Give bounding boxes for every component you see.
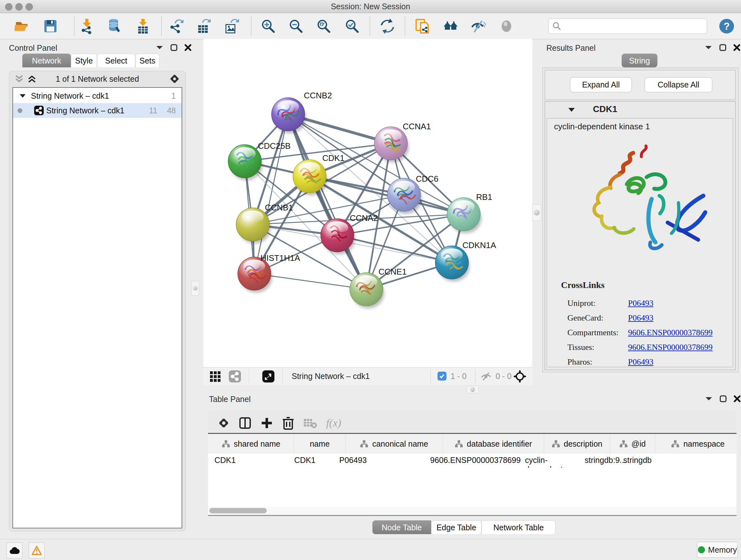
add-column-icon[interactable] <box>260 417 273 429</box>
homes-icon[interactable] <box>443 18 459 34</box>
open-session-icon[interactable] <box>14 18 30 34</box>
panel-menu-icon[interactable] <box>156 45 163 51</box>
table-data-row[interactable]: CDK1CDK1P064939606.ENSP00000378699cyclin… <box>208 454 737 468</box>
tab-string[interactable]: String <box>622 54 657 67</box>
column-header-canonical-name[interactable]: canonical name <box>346 434 443 454</box>
tab-edge-table[interactable]: Edge Table <box>431 520 482 534</box>
table-cell[interactable]: CDK1 <box>208 454 288 468</box>
tab-select[interactable]: Select <box>97 54 135 67</box>
panel-menu-icon[interactable] <box>704 45 712 51</box>
network-node-CDC25B[interactable]: CDC25B <box>228 141 291 180</box>
crosslink-label: GeneCard: <box>567 313 603 323</box>
network-view-icon[interactable] <box>229 370 241 382</box>
tab-sets[interactable]: Sets <box>135 54 159 67</box>
network-status-dot <box>17 108 22 113</box>
panel-float-icon[interactable] <box>719 44 726 51</box>
crosslink-link[interactable]: P06493 <box>628 299 653 308</box>
tab-node-table[interactable]: Node Table <box>373 520 431 534</box>
warnings-button[interactable] <box>29 543 45 558</box>
left-splitter-grip[interactable] <box>192 281 199 296</box>
network-tree-child-row[interactable]: String Network – cdk1 11 48 <box>13 103 182 118</box>
refresh-icon[interactable] <box>380 18 395 34</box>
column-header-shared-name[interactable]: shared name <box>208 434 294 454</box>
grid-view-icon[interactable] <box>210 371 221 382</box>
column-header-database-identifier[interactable]: database identifier <box>443 434 544 454</box>
node-label: CDC25B <box>258 141 291 151</box>
table-cell[interactable]: stringdb <box>617 454 696 468</box>
table-cell[interactable]: stringdb:9... <box>578 454 617 468</box>
gear-icon[interactable] <box>170 74 180 84</box>
collapse-all-button[interactable]: Collapse All <box>645 77 712 92</box>
import-database-icon[interactable] <box>106 18 122 34</box>
fit-content-icon[interactable] <box>514 370 526 383</box>
cytoscape-window: Session: New Session <box>0 0 741 560</box>
toolbar-separator <box>251 16 252 36</box>
control-panel-title: Control Panel <box>9 44 57 53</box>
table-cell[interactable]: P06493 <box>333 454 424 468</box>
column-header-description[interactable]: description <box>544 434 610 454</box>
function-builder-icon[interactable]: f(x) <box>326 417 341 429</box>
crosslink-link[interactable]: 9606.ENSP00000378699 <box>628 343 713 352</box>
network-node-CCNA1[interactable]: CCNA1 <box>374 122 431 163</box>
network-edge[interactable] <box>254 114 288 273</box>
expand-all-button[interactable]: Expand All <box>570 77 632 92</box>
delete-column-icon[interactable] <box>282 416 294 430</box>
bottom-splitter-grip[interactable] <box>467 386 479 393</box>
export-image-icon[interactable] <box>223 18 239 34</box>
import-network-icon[interactable] <box>79 18 95 34</box>
export-network-icon[interactable] <box>168 18 184 34</box>
cloud-status-button[interactable] <box>6 543 22 558</box>
table-cell[interactable]: cyclin-dependent ... <box>519 454 578 468</box>
network-node-CCNB2[interactable]: CCNB2 <box>272 91 332 133</box>
panel-close-icon[interactable] <box>734 395 741 402</box>
import-table-icon[interactable] <box>135 18 151 34</box>
export-table-icon[interactable] <box>196 18 212 34</box>
tab-network[interactable]: Network <box>22 54 71 67</box>
network-edge[interactable] <box>288 114 366 289</box>
network-node-RB1[interactable]: RB1 <box>447 192 492 233</box>
panel-float-icon[interactable] <box>720 395 727 402</box>
help-icon[interactable]: ? <box>719 18 735 34</box>
network-node-CDC6[interactable]: CDC6 <box>387 174 439 214</box>
table-cell[interactable]: 9606.ENSP00000378699 <box>424 454 519 468</box>
panel-float-icon[interactable] <box>171 44 178 51</box>
search-input[interactable] <box>548 18 707 34</box>
panel-menu-icon[interactable] <box>705 396 713 401</box>
memory-button[interactable]: Memory <box>697 542 738 558</box>
tab-network-table[interactable]: Network Table <box>482 520 556 534</box>
show-columns-icon[interactable] <box>239 417 252 429</box>
column-header-name[interactable]: name <box>294 434 346 454</box>
crosslink-link[interactable]: P06493 <box>628 313 653 323</box>
zoom-selected-icon[interactable] <box>344 18 360 34</box>
table-cell[interactable]: CDK1 <box>288 454 333 468</box>
show-all-icon[interactable] <box>498 18 515 34</box>
clone-network-icon[interactable] <box>414 18 430 34</box>
hidden-count: 0 - 0 <box>495 372 512 381</box>
zoom-in-icon[interactable] <box>260 18 276 34</box>
tab-style[interactable]: Style <box>71 54 97 67</box>
birds-eye-view-button[interactable] <box>262 370 274 382</box>
column-header-@id[interactable]: @id <box>610 434 655 454</box>
delete-table-icon[interactable] <box>303 418 317 428</box>
separator <box>249 369 249 383</box>
table-gear-icon[interactable] <box>218 417 230 429</box>
search-icon <box>552 22 561 30</box>
crosslink-link[interactable]: P06493 <box>628 357 653 367</box>
zoom-out-icon[interactable] <box>288 18 304 34</box>
column-header-namespace[interactable]: namespace <box>655 434 737 454</box>
panel-close-icon[interactable] <box>185 44 192 51</box>
save-session-icon[interactable] <box>43 18 58 34</box>
section-expander-icon[interactable] <box>568 107 575 113</box>
network-node-HIST1H1A[interactable]: HIST1H1A <box>238 253 300 293</box>
crosslink-link[interactable]: 9606.ENSP00000378699 <box>628 328 713 337</box>
table-hscrollbar-thumb[interactable] <box>209 508 267 513</box>
zoom-fit-icon[interactable] <box>316 18 332 34</box>
network-tree-root-row[interactable]: String Network – cdk1 1 <box>13 88 182 103</box>
network-graph[interactable]: CCNB2CCNA1CDC25BCDK1CDC6RB1CCNB1CCNA2CDK… <box>203 39 532 367</box>
panel-close-icon[interactable] <box>733 44 740 51</box>
selected-checkbox[interactable] <box>437 372 447 381</box>
network-node-CDK1[interactable]: CDK1 <box>293 153 344 195</box>
table-hscrollbar[interactable] <box>208 507 737 516</box>
hide-selected-icon[interactable] <box>470 18 486 34</box>
tree-expander-icon[interactable] <box>19 94 26 99</box>
